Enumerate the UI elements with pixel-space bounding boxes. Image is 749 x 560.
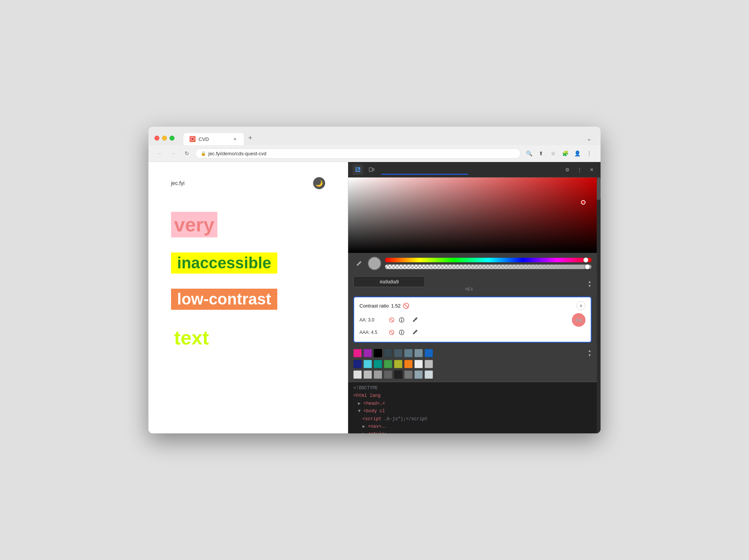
minimize-window-button[interactable] bbox=[162, 136, 167, 141]
tabs-bar: CVD ✕ + ⌄ bbox=[183, 131, 595, 145]
hex-up-arrow[interactable]: ▲ bbox=[588, 280, 592, 284]
swatch-black[interactable] bbox=[374, 349, 382, 357]
swatch-blue-grey-dark[interactable] bbox=[384, 349, 392, 357]
main-content: jec.fyi 🌙 very inaccessible low-contrast… bbox=[148, 162, 601, 433]
color-preview bbox=[368, 257, 381, 270]
color-controls bbox=[348, 253, 597, 274]
profile-button[interactable]: 👤 bbox=[572, 148, 582, 159]
doctype-text: <!DOCTYPE bbox=[353, 386, 378, 391]
swatch-teal[interactable] bbox=[374, 360, 382, 368]
devtools-panel: ⚙ ⋮ ✕ bbox=[348, 162, 601, 433]
tab-close-button[interactable]: ✕ bbox=[232, 136, 238, 142]
swatch-blue-grey-3[interactable] bbox=[404, 349, 413, 357]
swatch-purple[interactable] bbox=[364, 349, 372, 357]
address-text: jec.fyi/demo/cds-quest-cvd bbox=[208, 151, 266, 156]
contrast-aa-row: AA: 3.0 🚫 bbox=[359, 313, 585, 327]
svg-rect-2 bbox=[369, 168, 372, 171]
aaa-fail-icon: 🚫 bbox=[389, 330, 394, 335]
aa-fix-button[interactable] bbox=[397, 316, 406, 324]
close-devtools-button[interactable]: ✕ bbox=[587, 165, 596, 174]
swatch-mid-grey[interactable] bbox=[404, 370, 413, 379]
contrast-ratio-value: 1.52 bbox=[391, 303, 400, 309]
inspector-tool-button[interactable] bbox=[353, 164, 363, 175]
swatch-amber[interactable] bbox=[404, 360, 413, 368]
new-tab-button[interactable]: + bbox=[244, 131, 257, 145]
aaa-eyedropper[interactable] bbox=[412, 329, 418, 336]
swatch-ice-blue[interactable] bbox=[425, 370, 433, 379]
swatch-grey-2[interactable] bbox=[364, 370, 372, 379]
hex-input[interactable] bbox=[353, 276, 425, 287]
reload-button[interactable]: ↻ bbox=[182, 148, 192, 159]
forward-button[interactable]: → bbox=[168, 148, 179, 159]
swatch-pink[interactable] bbox=[353, 349, 362, 357]
palette-down-arrow[interactable]: ▼ bbox=[588, 353, 592, 358]
swatch-olive[interactable] bbox=[394, 360, 402, 368]
hex-arrows[interactable]: ▲ ▼ bbox=[588, 280, 592, 288]
swatch-light-grey[interactable] bbox=[414, 360, 423, 368]
contrast-fail-icon: 🚫 bbox=[403, 303, 409, 309]
swatch-navy[interactable] bbox=[353, 360, 362, 368]
swatch-blue-grey-2[interactable] bbox=[394, 349, 402, 357]
browser-tab-cvd[interactable]: CVD ✕ bbox=[183, 133, 244, 145]
swatch-blue-grey-4[interactable] bbox=[414, 349, 423, 357]
aaa-fix-button[interactable] bbox=[397, 328, 406, 337]
swatch-cyan[interactable] bbox=[364, 360, 372, 368]
swatch-grey[interactable] bbox=[425, 360, 433, 368]
palette-up-arrow[interactable]: ▲ bbox=[588, 349, 592, 353]
browser-window: CVD ✕ + ⌄ ← → ↻ 🔒 jec.fyi/demo/cds-quest… bbox=[148, 127, 601, 433]
aa-sample: Aa bbox=[572, 313, 585, 327]
demo-line-text: text bbox=[171, 325, 325, 350]
color-gradient[interactable] bbox=[348, 177, 597, 253]
aaa-label: AAA: 4.5 bbox=[359, 330, 386, 335]
swatch-grey-3[interactable] bbox=[374, 370, 382, 379]
bookmark-button[interactable]: ☆ bbox=[548, 148, 558, 159]
gradient-cursor bbox=[581, 200, 585, 205]
hex-wrapper: HEX bbox=[353, 276, 585, 291]
html-line-style[interactable]: ▶ <style: bbox=[353, 430, 592, 433]
swatch-green[interactable] bbox=[384, 360, 392, 368]
more-button[interactable]: ⋮ bbox=[584, 148, 595, 159]
html-line-body[interactable]: ▼ <body cl bbox=[353, 407, 592, 415]
html-line-script[interactable]: <script …b-js");</script bbox=[353, 415, 592, 423]
contrast-aaa-row: AAA: 4.5 🚫 bbox=[359, 328, 585, 337]
extensions-button[interactable]: 🧩 bbox=[560, 148, 570, 159]
alpha-slider[interactable] bbox=[385, 265, 592, 269]
search-button[interactable]: 🔍 bbox=[524, 148, 534, 159]
aa-eyedropper[interactable] bbox=[412, 317, 418, 324]
html-line-html[interactable]: <html lang bbox=[353, 392, 592, 399]
swatch-light-grey-2[interactable] bbox=[353, 370, 362, 379]
back-button[interactable]: ← bbox=[154, 148, 165, 159]
html-line-doctype: <!DOCTYPE bbox=[353, 384, 592, 392]
hex-down-arrow[interactable]: ▼ bbox=[588, 284, 592, 288]
maximize-window-button[interactable] bbox=[170, 136, 174, 141]
contrast-ratio-label: Contrast ratio bbox=[359, 303, 389, 309]
html-line-head[interactable]: ▶ <head>…< bbox=[353, 400, 592, 407]
demo-line-low-contrast: low-contrast bbox=[171, 289, 325, 310]
html-line-nav[interactable]: ▶ <nav>…. bbox=[353, 423, 592, 430]
contrast-ratio-box: Contrast ratio 1.52 🚫 ∧ AA: 3.0 🚫 bbox=[353, 297, 592, 343]
dark-mode-button[interactable]: 🌙 bbox=[313, 177, 325, 189]
device-tool-button[interactable] bbox=[366, 164, 377, 175]
share-button[interactable]: ⬆ bbox=[536, 148, 546, 159]
hue-slider[interactable] bbox=[385, 258, 592, 262]
devtools-scrollbar[interactable] bbox=[597, 177, 601, 433]
tab-favicon bbox=[190, 136, 196, 142]
swatch-dark-blue[interactable] bbox=[425, 349, 433, 357]
scrollbar-thumb[interactable] bbox=[597, 177, 601, 200]
more-options-button[interactable]: ⋮ bbox=[575, 165, 584, 174]
swatch-steel-blue[interactable] bbox=[414, 370, 423, 379]
settings-button[interactable]: ⚙ bbox=[563, 165, 572, 174]
close-window-button[interactable] bbox=[154, 136, 159, 141]
contrast-title: Contrast ratio 1.52 🚫 bbox=[359, 303, 409, 309]
color-palette: ▲ ▼ bbox=[348, 346, 597, 382]
address-input[interactable]: 🔒 jec.fyi/demo/cds-quest-cvd bbox=[195, 148, 521, 159]
html-tree: <!DOCTYPE <html lang ▶ <head>…< ▼ <body … bbox=[348, 382, 597, 433]
address-bar: ← → ↻ 🔒 jec.fyi/demo/cds-quest-cvd 🔍 ⬆ ☆… bbox=[148, 145, 601, 162]
palette-row-1: ▲ ▼ bbox=[353, 349, 592, 358]
tab-menu-button[interactable]: ⌄ bbox=[584, 132, 595, 145]
contrast-expand-button[interactable]: ∧ bbox=[576, 301, 585, 310]
palette-arrows[interactable]: ▲ ▼ bbox=[588, 349, 592, 358]
eyedropper-button[interactable] bbox=[353, 258, 364, 269]
swatch-dark-grey[interactable] bbox=[384, 370, 392, 379]
swatch-very-dark[interactable] bbox=[394, 370, 402, 379]
